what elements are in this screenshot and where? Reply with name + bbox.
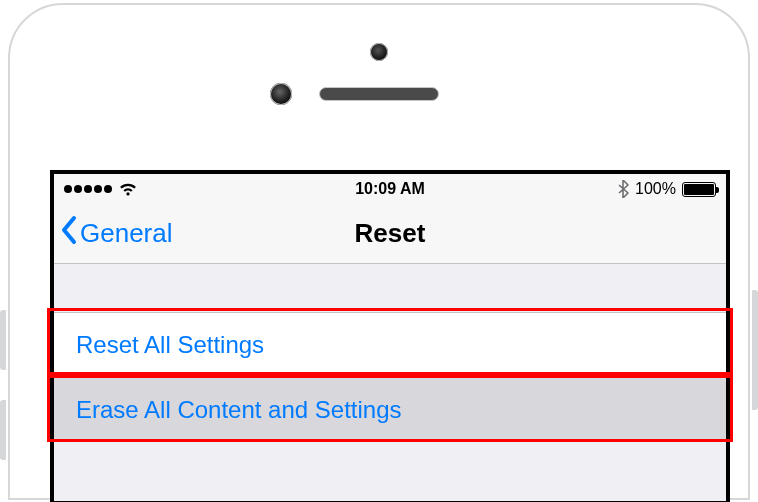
- back-button[interactable]: General: [60, 204, 173, 263]
- device-frame: 10:09 AM 100%: [0, 0, 758, 502]
- device-inner-frame: 10:09 AM 100%: [8, 3, 750, 500]
- erase-all-content-cell[interactable]: Erase All Content and Settings: [54, 377, 726, 442]
- cell-label: Erase All Content and Settings: [76, 396, 402, 424]
- power-button: [752, 290, 758, 410]
- volume-down-button: [0, 400, 6, 460]
- navigation-bar: General Reset: [54, 204, 726, 264]
- status-time: 10:09 AM: [281, 180, 498, 198]
- back-button-label: General: [80, 218, 173, 249]
- wifi-icon: [118, 182, 138, 196]
- front-camera: [270, 83, 292, 105]
- front-sensor: [370, 43, 388, 61]
- reset-all-settings-cell[interactable]: Reset All Settings: [54, 312, 726, 377]
- chevron-left-icon: [60, 215, 80, 252]
- screen: 10:09 AM 100%: [50, 170, 730, 502]
- battery-icon: [682, 182, 716, 197]
- earpiece-speaker: [319, 87, 439, 101]
- bluetooth-icon: [618, 180, 629, 198]
- battery-percent: 100%: [635, 180, 676, 198]
- page-title: Reset: [355, 218, 426, 249]
- volume-up-button: [0, 310, 6, 370]
- section-spacer: [54, 264, 726, 312]
- signal-strength-icon: [64, 185, 112, 193]
- status-bar: 10:09 AM 100%: [54, 174, 726, 204]
- cell-label: Reset All Settings: [76, 331, 264, 359]
